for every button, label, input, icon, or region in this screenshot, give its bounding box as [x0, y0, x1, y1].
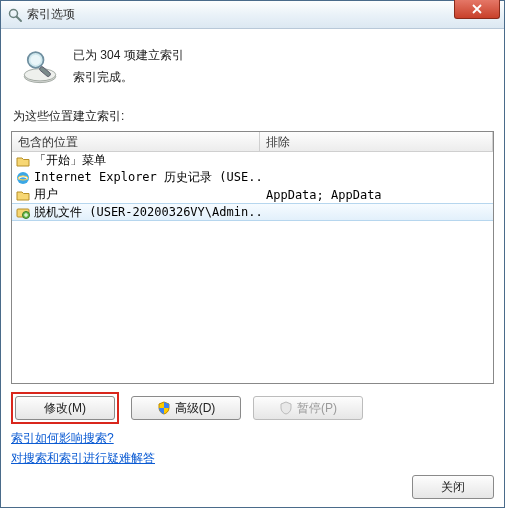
app-icon — [7, 7, 23, 23]
shield-icon — [157, 401, 171, 415]
svg-line-1 — [17, 16, 22, 21]
window-title: 索引选项 — [27, 6, 75, 23]
titlebar: 索引选项 — [1, 1, 504, 29]
help-link-search[interactable]: 索引如何影响搜索? — [11, 430, 494, 447]
column-excluded[interactable]: 排除 — [260, 132, 493, 151]
table-row[interactable]: 脱机文件 (USER-20200326VY\Admin... — [12, 203, 493, 221]
column-included[interactable]: 包含的位置 — [12, 132, 260, 151]
pause-button: 暂停(P) — [253, 396, 363, 420]
close-dialog-button[interactable]: 关闭 — [412, 475, 494, 499]
button-row: 修改(M) 高级(D) 暂停(P) — [11, 392, 494, 424]
pause-button-label: 暂停(P) — [297, 400, 337, 417]
status-row: 已为 304 项建立索引 索引完成。 — [11, 37, 494, 100]
row-name: 「开始」菜单 — [34, 152, 106, 169]
modify-button[interactable]: 修改(M) — [15, 396, 115, 420]
close-button[interactable] — [454, 0, 500, 19]
indexing-options-window: 索引选项 已为 304 项建立索引 索引完成。 为这些 — [0, 0, 505, 508]
help-links: 索引如何影响搜索? 对搜索和索引进行疑难解答 — [11, 430, 494, 467]
folder-icon — [16, 154, 30, 168]
modify-highlight: 修改(M) — [11, 392, 119, 424]
list-body: 「开始」菜单Internet Explorer 历史记录 (USE...用户Ap… — [12, 152, 493, 383]
svg-point-5 — [30, 55, 41, 66]
row-exclude: AppData; AppData — [260, 188, 493, 202]
locations-list[interactable]: 包含的位置 排除 「开始」菜单Internet Explorer 历史记录 (U… — [11, 131, 494, 384]
shield-icon — [279, 401, 293, 415]
row-name: 脱机文件 (USER-20200326VY\Admin... — [34, 204, 260, 221]
offline-icon — [16, 205, 30, 219]
ie-icon — [16, 171, 30, 185]
table-row[interactable]: Internet Explorer 历史记录 (USE... — [12, 169, 493, 186]
status-text: 已为 304 项建立索引 索引完成。 — [73, 45, 184, 88]
index-icon — [19, 45, 61, 87]
advanced-button-label: 高级(D) — [175, 400, 216, 417]
client-area: 已为 304 项建立索引 索引完成。 为这些位置建立索引: 包含的位置 排除 「… — [1, 29, 504, 507]
locations-label: 为这些位置建立索引: — [13, 108, 494, 125]
list-header: 包含的位置 排除 — [12, 132, 493, 152]
status-line-1: 已为 304 项建立索引 — [73, 45, 184, 67]
help-link-troubleshoot[interactable]: 对搜索和索引进行疑难解答 — [11, 450, 494, 467]
status-line-2: 索引完成。 — [73, 67, 184, 89]
folder-icon — [16, 188, 30, 202]
advanced-button[interactable]: 高级(D) — [131, 396, 241, 420]
row-name: 用户 — [34, 186, 58, 203]
table-row[interactable]: 用户AppData; AppData — [12, 186, 493, 203]
row-name: Internet Explorer 历史记录 (USE... — [34, 169, 260, 186]
table-row[interactable]: 「开始」菜单 — [12, 152, 493, 169]
footer-row: 关闭 — [11, 467, 494, 499]
